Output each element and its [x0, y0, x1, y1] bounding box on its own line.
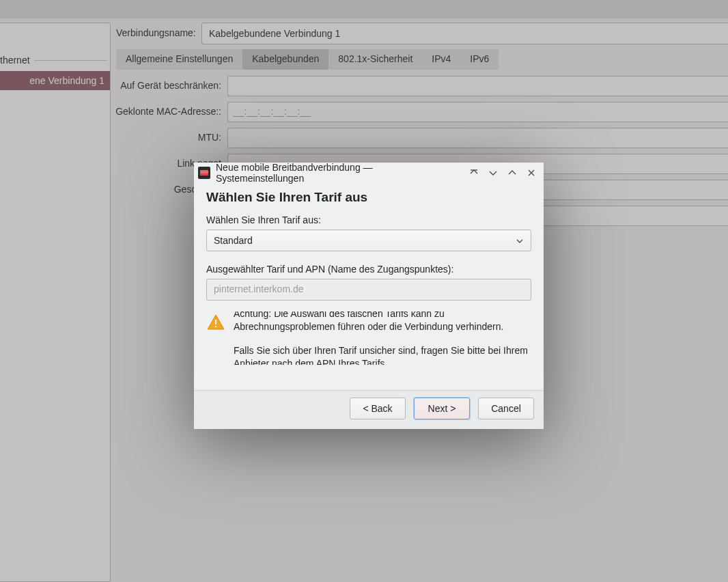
- minimize-icon[interactable]: [486, 166, 500, 180]
- warning-text: Achtung: Die Auswahl des falschen Tarifs…: [234, 311, 531, 365]
- next-button[interactable]: Next >: [414, 398, 470, 419]
- warning-paragraph-2: Falls Sie sich über Ihren Tarif unsicher…: [234, 344, 531, 365]
- settings-app-icon: [198, 167, 210, 179]
- close-icon[interactable]: [524, 166, 538, 180]
- apn-input[interactable]: pinternet.interkom.de: [206, 279, 531, 301]
- plan-selected-value: Standard: [214, 235, 253, 246]
- cancel-button[interactable]: Cancel: [478, 398, 534, 419]
- plan-combobox[interactable]: Standard: [206, 230, 531, 251]
- warning-box: Achtung: Die Auswahl des falschen Tarifs…: [206, 311, 531, 365]
- keep-above-icon[interactable]: [467, 166, 481, 180]
- chevron-down-icon: [516, 236, 524, 247]
- warning-paragraph-1: Achtung: Die Auswahl des falschen Tarifs…: [234, 311, 531, 333]
- dialog-title: Neue mobile Breitbandverbindung — System…: [216, 162, 462, 184]
- svg-rect-1: [215, 320, 216, 324]
- dialog-body: Wählen Sie Ihren Tarif aus Wählen Sie Ih…: [194, 183, 544, 390]
- dialog-footer: < Back Next > Cancel: [194, 391, 544, 429]
- broadband-wizard-dialog: Neue mobile Breitbandverbindung — System…: [194, 163, 544, 429]
- back-button[interactable]: < Back: [350, 398, 406, 419]
- warning-icon: [206, 313, 225, 332]
- plan-label: Wählen Sie Ihren Tarif aus:: [206, 214, 531, 225]
- apn-label: Ausgewählter Tarif und APN (Name des Zug…: [206, 264, 531, 275]
- svg-rect-2: [215, 326, 216, 327]
- dialog-heading: Wählen Sie Ihren Tarif aus: [206, 190, 531, 205]
- maximize-icon[interactable]: [505, 166, 519, 180]
- dialog-titlebar: Neue mobile Breitbandverbindung — System…: [194, 163, 544, 183]
